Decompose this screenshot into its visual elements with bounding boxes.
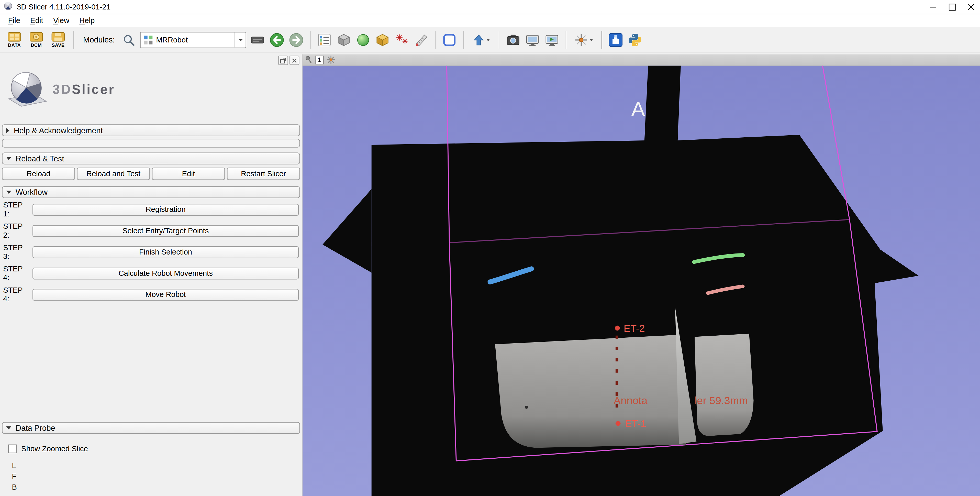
- python-console-button[interactable]: [627, 30, 643, 49]
- save-icon: [51, 32, 65, 41]
- scene-view-restore-button[interactable]: [544, 30, 560, 49]
- module-history-button[interactable]: [249, 30, 266, 49]
- monitor-arrow-icon: [545, 33, 558, 46]
- section-reload-test[interactable]: Reload & Test: [2, 153, 300, 164]
- reload-and-test-button[interactable]: Reload and Test: [77, 167, 150, 180]
- registration-button[interactable]: Registration: [32, 203, 299, 215]
- section-data-probe[interactable]: Data Probe: [2, 422, 300, 434]
- module-selector[interactable]: MRRobot: [140, 32, 246, 48]
- workflow-step-3: STEP 3: Finish Selection: [3, 243, 299, 261]
- menu-view[interactable]: View: [49, 15, 74, 26]
- capture-mode-button[interactable]: [469, 30, 493, 49]
- undock-panel-button[interactable]: [278, 56, 288, 65]
- puzzle-icon: [608, 32, 623, 47]
- step-label: STEP 2:: [3, 222, 29, 239]
- module-forward-button[interactable]: [288, 30, 304, 49]
- calculate-robot-movements-button[interactable]: Calculate Robot Movements: [32, 267, 299, 279]
- threeD-view: 1: [302, 54, 980, 496]
- dcm-icon: [29, 32, 43, 41]
- extensions-manager-button[interactable]: [608, 30, 624, 49]
- minimize-icon: [930, 6, 936, 7]
- close-icon: [291, 57, 298, 64]
- save-button[interactable]: SAVE: [49, 29, 67, 50]
- show-zoomed-slice-checkbox[interactable]: [8, 445, 17, 453]
- modules-label: Modules:: [83, 35, 115, 44]
- subject-hierarchy-button[interactable]: [316, 30, 332, 49]
- workflow-step-1: STEP 1: Registration: [3, 201, 299, 218]
- monitor-icon: [525, 33, 539, 46]
- toolbar-separator: [435, 31, 435, 48]
- module-selector-dropdown[interactable]: [234, 32, 243, 47]
- workflow-step-4: STEP 4: Calculate Robot Movements: [3, 265, 299, 282]
- annotations-module-button[interactable]: [413, 30, 430, 49]
- layout-button[interactable]: [441, 30, 458, 49]
- popout-icon: [280, 57, 286, 64]
- section-title: Data Probe: [16, 424, 55, 432]
- probe-axis-labels: L F B: [12, 461, 302, 493]
- move-robot-button[interactable]: Move Robot: [32, 289, 299, 300]
- fiducial-et2-point[interactable]: [615, 325, 620, 330]
- section-workflow[interactable]: Workflow: [2, 186, 300, 198]
- workflow-step-2: STEP 2: Select Entry/Target Points: [3, 222, 299, 239]
- show-zoomed-slice-label: Show Zoomed Slice: [21, 445, 88, 453]
- volume-rendering-button[interactable]: [374, 30, 391, 49]
- panel-spacer: [0, 305, 302, 422]
- layout-icon: [442, 33, 456, 46]
- pin-icon[interactable]: [305, 56, 312, 64]
- probe-axis-f: F: [12, 471, 302, 482]
- fiducial-et1-point[interactable]: [616, 421, 621, 426]
- volumes-module-button[interactable]: [336, 30, 352, 49]
- module-search-button[interactable]: [121, 30, 137, 49]
- select-entry-target-button[interactable]: Select Entry/Target Points: [32, 225, 299, 237]
- maximize-button[interactable]: [942, 0, 961, 14]
- threeD-scene[interactable]: ET-2 ET-1 Annota ler 59.3mm A: [302, 66, 980, 496]
- scene-view-capture-button[interactable]: [524, 30, 541, 49]
- menu-edit[interactable]: Edit: [26, 15, 48, 26]
- expanded-triangle-icon: [6, 426, 11, 429]
- search-icon: [122, 33, 135, 46]
- toolbar-separator: [310, 31, 310, 48]
- load-dicom-button[interactable]: DCM: [27, 29, 46, 50]
- phantom-block-left: [495, 335, 686, 448]
- view-controller-bar: 1: [302, 54, 980, 66]
- finish-selection-button[interactable]: Finish Selection: [32, 246, 299, 258]
- maximize-icon: [948, 3, 955, 10]
- gold-cube-icon: [375, 33, 389, 46]
- markups-module-button[interactable]: [394, 30, 410, 49]
- main-toolbar: DATA DCM SAVE Modules:: [0, 28, 980, 53]
- reload-button[interactable]: Reload: [2, 167, 75, 180]
- axes-icon[interactable]: [326, 55, 336, 64]
- help-content-frame: [2, 139, 300, 148]
- data-icon: [7, 32, 21, 41]
- step-label: STEP 3:: [3, 243, 29, 261]
- window-title: 3D Slicer 4.11.0-2019-01-21: [17, 3, 110, 11]
- toolbar-separator: [499, 31, 499, 48]
- menu-bar: File Edit View Help: [0, 14, 980, 27]
- close-panel-button[interactable]: [290, 56, 299, 65]
- expanded-triangle-icon: [6, 191, 11, 194]
- probe-axis-l: L: [12, 461, 302, 471]
- models-module-button[interactable]: [355, 30, 371, 49]
- toolbar-separator: [463, 31, 463, 48]
- fiducial-et2-label: ET-2: [624, 323, 645, 334]
- section-help-acknowledgement[interactable]: Help & Acknowledgement: [2, 124, 300, 136]
- module-back-button[interactable]: [269, 30, 285, 49]
- chevron-down-icon: [589, 38, 593, 41]
- fiducial-et1-label: ET-1: [625, 418, 646, 429]
- close-button[interactable]: [961, 0, 980, 14]
- edit-button[interactable]: Edit: [152, 167, 225, 180]
- ruler-icon: [414, 33, 428, 46]
- camera-icon: [506, 33, 520, 46]
- menu-help[interactable]: Help: [75, 15, 99, 26]
- restart-slicer-button[interactable]: Restart Slicer: [227, 167, 300, 180]
- screenshot-button[interactable]: [505, 30, 521, 49]
- workflow-step-5: STEP 4: Move Robot: [3, 286, 299, 303]
- minimize-button[interactable]: [924, 0, 942, 14]
- logo-text-slicer: Slicer: [72, 82, 115, 96]
- up-arrow-icon: [473, 33, 485, 46]
- hierarchy-icon: [317, 33, 331, 46]
- crosshair-button[interactable]: [572, 30, 596, 49]
- load-data-button[interactable]: DATA: [5, 29, 24, 50]
- section-title: Reload & Test: [16, 154, 64, 163]
- menu-file[interactable]: File: [4, 15, 25, 26]
